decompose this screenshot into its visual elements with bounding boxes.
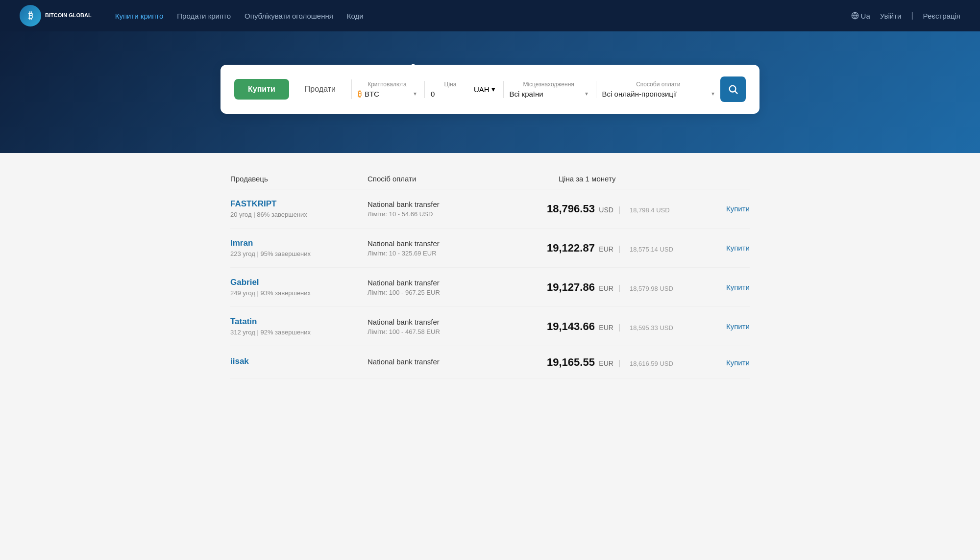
- payment-col-2: National bank transfer Ліміти: 100 - 967…: [368, 279, 547, 296]
- seller-stats-3: 312 угод | 92% завершених: [230, 329, 368, 336]
- payment-method-1: National bank transfer: [368, 239, 547, 248]
- buy-link-2[interactable]: Купити: [726, 283, 750, 291]
- table-row: iisak National bank transfer 19,165.55 E…: [230, 346, 750, 379]
- payment-selector[interactable]: Способи оплати Всі онлайн-пропозиції ▾: [602, 81, 714, 98]
- crypto-value: ₿ BTC ▾: [358, 90, 416, 98]
- seller-stats-1: 223 угод | 95% завершених: [230, 250, 368, 257]
- action-col-3: Купити: [726, 322, 750, 331]
- seller-name-4[interactable]: iisak: [230, 356, 368, 366]
- nav-links: Купити крипто Продати крипто Опублікуват…: [115, 12, 835, 20]
- price-currency-3: EUR: [599, 324, 613, 331]
- logo[interactable]: BITCOIN GLOBAL: [20, 5, 92, 26]
- seller-stats-0: 20 угод | 86% завершених: [230, 211, 368, 218]
- payment-method-4: National bank transfer: [368, 357, 547, 366]
- logo-icon: [20, 5, 41, 26]
- main-content: Продавець Спосіб оплати Ціна за 1 монету…: [220, 169, 760, 408]
- payment-label: Способи оплати: [602, 81, 714, 88]
- price-usd-1: 18,575.14 USD: [630, 246, 673, 253]
- nav-publish[interactable]: Опублікувати оголошення: [245, 12, 333, 20]
- table-row: FASTKRIPT 20 угод | 86% завершених Natio…: [230, 189, 750, 229]
- price-divider-4: |: [618, 359, 620, 367]
- payment-col-3: National bank transfer Ліміти: 100 - 467…: [368, 318, 547, 335]
- logo-text: BITCOIN GLOBAL: [45, 12, 92, 19]
- payment-method-3: National bank transfer: [368, 318, 547, 326]
- login-link[interactable]: Увійти: [880, 12, 902, 20]
- price-main-0: 18,796.53: [547, 203, 595, 215]
- price-main-2: 19,127.86: [547, 281, 595, 293]
- price-input[interactable]: [431, 90, 460, 98]
- payment-col-0: National bank transfer Ліміти: 10 - 54.6…: [368, 200, 547, 218]
- seller-name-3[interactable]: Tatatin: [230, 317, 368, 327]
- price-col-1: 19,122.87 EUR | 18,575.14 USD: [547, 242, 726, 255]
- search-button[interactable]: [720, 76, 746, 102]
- price-currency-0: USD: [599, 206, 613, 214]
- table-row: Imran 223 угод | 95% завершених National…: [230, 229, 750, 268]
- nav-codes[interactable]: Коди: [347, 12, 364, 20]
- seller-name-1[interactable]: Imran: [230, 238, 368, 248]
- price-usd-0: 18,798.4 USD: [630, 206, 670, 214]
- crypto-selector[interactable]: Криптовалюта ₿ BTC ▾: [358, 81, 425, 98]
- globe-icon: [851, 12, 859, 20]
- payment-col-1: National bank transfer Ліміти: 10 - 325.…: [368, 239, 547, 257]
- price-currency-4: EUR: [599, 359, 613, 367]
- header-payment: Спосіб оплати: [368, 175, 559, 183]
- header-seller: Продавець: [230, 175, 368, 183]
- language-selector[interactable]: Ua: [851, 12, 870, 20]
- table-row: Gabriel 249 угод | 93% завершених Nation…: [230, 268, 750, 307]
- payment-limits-1: Ліміти: 10 - 325.69 EUR: [368, 250, 547, 257]
- action-col-0: Купити: [726, 204, 750, 213]
- nav-right: Ua Увійти | Реєстрація: [851, 11, 960, 20]
- price-currency-1: EUR: [599, 245, 613, 253]
- btc-icon: ₿: [358, 90, 362, 98]
- currency-arrow: ▾: [491, 85, 495, 94]
- payment-method-0: National bank transfer: [368, 200, 547, 208]
- table-header: Продавець Спосіб оплати Ціна за 1 монету: [230, 169, 750, 189]
- table-row: Tatatin 312 угод | 92% завершених Nation…: [230, 307, 750, 346]
- price-label: Ціна: [431, 81, 470, 88]
- price-input-wrap: Ціна UAH ▾: [431, 81, 504, 98]
- nav-sell-crypto[interactable]: Продати крипто: [177, 12, 231, 20]
- currency-selector[interactable]: UAH ▾: [474, 85, 495, 94]
- price-divider-1: |: [618, 245, 620, 253]
- seller-stats-2: 249 угод | 93% завершених: [230, 289, 368, 297]
- seller-col-2: Gabriel 249 угод | 93% завершених: [230, 278, 368, 297]
- payment-value: Всі онлайн-пропозиції ▾: [602, 90, 714, 98]
- price-divider-2: |: [618, 284, 620, 292]
- price-usd-2: 18,579.98 USD: [630, 285, 673, 292]
- price-main-3: 19,143.66: [547, 320, 595, 332]
- divider-1: [351, 79, 352, 99]
- payment-limits-3: Ліміти: 100 - 467.58 EUR: [368, 328, 547, 335]
- location-label: Місцезнаходження: [510, 81, 588, 88]
- price-divider-0: |: [618, 205, 620, 214]
- register-link[interactable]: Реєстрація: [923, 12, 960, 20]
- seller-name-0[interactable]: FASTKRIPT: [230, 199, 368, 209]
- buy-button[interactable]: Купити: [234, 79, 289, 100]
- svg-line-3: [735, 91, 737, 94]
- location-arrow: ▾: [585, 90, 588, 97]
- price-usd-4: 18,616.59 USD: [630, 360, 673, 367]
- nav-buy-crypto[interactable]: Купити крипто: [115, 12, 164, 20]
- price-col-2: 19,127.86 EUR | 18,579.98 USD: [547, 281, 726, 294]
- action-col-1: Купити: [726, 244, 750, 252]
- location-selector[interactable]: Місцезнаходження Всі країни ▾: [510, 81, 596, 98]
- buy-link-3[interactable]: Купити: [726, 322, 750, 331]
- crypto-label: Криптовалюта: [358, 81, 416, 88]
- seller-name-2[interactable]: Gabriel: [230, 278, 368, 287]
- buy-link-0[interactable]: Купити: [726, 204, 750, 213]
- seller-col-4: iisak: [230, 356, 368, 368]
- buy-link-1[interactable]: Купити: [726, 244, 750, 252]
- search-icon: [728, 84, 738, 95]
- seller-col-0: FASTKRIPT 20 угод | 86% завершених: [230, 199, 368, 218]
- sell-button[interactable]: Продати: [295, 79, 345, 100]
- header-price: Ціна за 1 монету: [559, 175, 750, 183]
- payment-limits-0: Ліміти: 10 - 54.66 USD: [368, 210, 547, 218]
- payment-limits-2: Ліміти: 100 - 967.25 EUR: [368, 289, 547, 296]
- hero-section: Купівля криптовалюти Купити Продати Крип…: [0, 31, 980, 153]
- payment-method-2: National bank transfer: [368, 279, 547, 287]
- action-col-4: Купити: [726, 358, 750, 367]
- seller-col-3: Tatatin 312 угод | 92% завершених: [230, 317, 368, 336]
- buy-link-4[interactable]: Купити: [726, 358, 750, 367]
- payment-arrow: ▾: [711, 90, 714, 97]
- price-divider-3: |: [618, 323, 620, 331]
- filter-row: Купити Продати Криптовалюта ₿ BTC ▾ Ціна: [234, 76, 746, 102]
